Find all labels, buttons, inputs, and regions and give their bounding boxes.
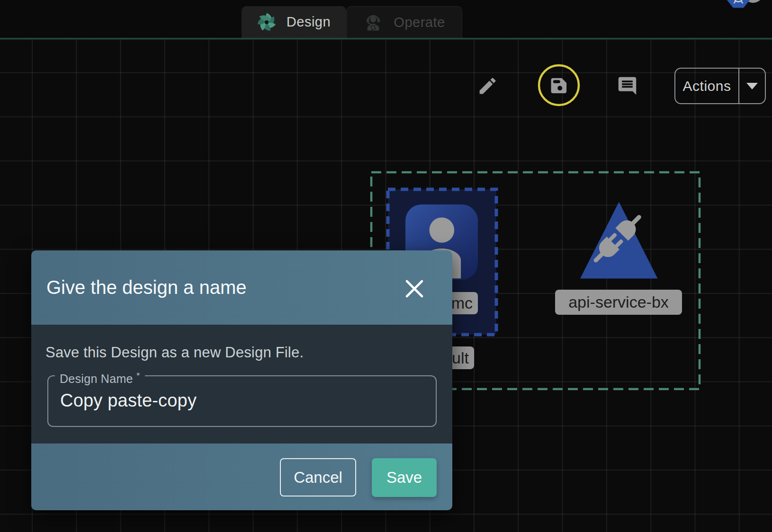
mode-tabs: Design Operate <box>242 6 462 38</box>
save-design-dialog: Give the design a name Save this Design … <box>31 250 452 510</box>
edit-pencil-icon[interactable] <box>477 75 498 97</box>
cancel-button[interactable]: Cancel <box>280 458 356 497</box>
dialog-body: Save this Design as a new Design File. D… <box>31 325 452 443</box>
dialog-description: Save this Design as a new Design File. <box>45 344 304 361</box>
meshery-logo-icon <box>257 13 276 32</box>
actions-dropdown-button[interactable] <box>738 69 765 103</box>
dialog-title: Give the design a name <box>46 277 246 298</box>
top-navigation-bar: Design Operate <box>0 0 772 38</box>
dialog-footer: Cancel Save <box>31 443 452 510</box>
chevron-down-icon <box>746 82 758 90</box>
dialog-header: Give the design a name <box>31 250 452 325</box>
support-agent-icon <box>363 12 383 32</box>
design-name-field: Design Name * <box>47 375 437 427</box>
close-icon <box>405 279 424 298</box>
node-api-service-label: api-service-bx <box>555 290 682 315</box>
tab-operate[interactable]: Operate <box>346 6 462 38</box>
kubernetes-logo-icon <box>727 0 750 8</box>
tab-design[interactable]: Design <box>242 6 346 38</box>
comment-icon[interactable] <box>617 75 638 97</box>
tab-operate-label: Operate <box>394 15 445 30</box>
close-button[interactable] <box>403 277 426 300</box>
corner-logos <box>715 0 772 12</box>
design-name-input[interactable] <box>60 390 425 411</box>
design-name-label: Design Name * <box>55 369 145 386</box>
save-button-highlighted[interactable] <box>537 64 581 108</box>
app-window: Design Operate <box>0 0 772 532</box>
header-divider <box>0 38 772 40</box>
actions-button[interactable]: Actions <box>675 69 738 103</box>
tab-design-label: Design <box>287 14 331 30</box>
save-button[interactable]: Save <box>372 458 437 497</box>
actions-split-button: Actions <box>674 68 766 104</box>
save-floppy-icon <box>551 78 567 93</box>
